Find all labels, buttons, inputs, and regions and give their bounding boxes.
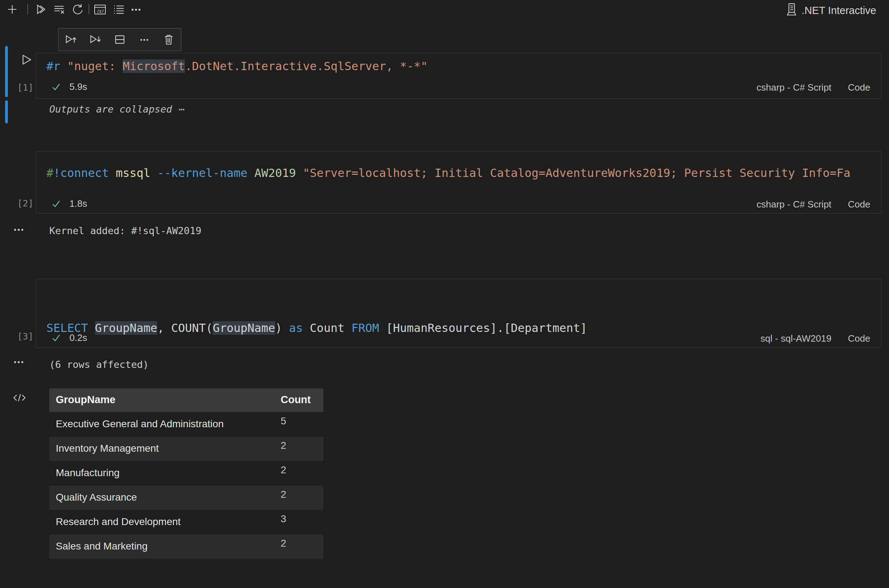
table-row: Manufacturing2: [49, 461, 323, 486]
toolbar-divider: [89, 4, 89, 14]
execution-duration: 0.2s: [69, 332, 87, 344]
code-cell-3: SELECT GroupName, COUNT(GroupName) as Co…: [36, 279, 881, 348]
cell-focus-indicator[interactable]: [5, 46, 8, 97]
cell-kind[interactable]: Code: [848, 82, 870, 93]
count-cell: 5: [281, 416, 286, 427]
table-row: Inventory Management2: [49, 436, 323, 461]
add-cell-icon[interactable]: [6, 3, 19, 16]
groupname-cell: Executive General and Administration: [56, 418, 224, 430]
code-cell-2: #!connect mssql --kernel-name AW2019 "Se…: [36, 151, 881, 214]
success-check-icon: [51, 333, 62, 344]
cell-kind[interactable]: Code: [848, 333, 870, 344]
restart-kernel-icon[interactable]: [71, 3, 84, 16]
kernel-label: .NET Interactive: [802, 4, 876, 16]
count-cell: 2: [281, 440, 286, 452]
groupname-cell: Manufacturing: [56, 467, 119, 478]
cell-status-right: csharp - C# Script Code: [757, 82, 870, 93]
more-actions-icon[interactable]: [138, 33, 151, 46]
count-cell: 3: [281, 513, 286, 525]
groupname-cell: Sales and Marketing: [56, 540, 147, 552]
language-picker[interactable]: csharp - C# Script: [757, 82, 832, 93]
output-focus-indicator[interactable]: [5, 100, 8, 123]
table-row: Executive General and Administration5: [49, 412, 323, 436]
collapsed-outputs-note: Outputs are collapsed ⋯: [49, 104, 185, 115]
language-picker[interactable]: csharp - C# Script: [757, 199, 832, 210]
table-row: Research and Development3: [49, 510, 323, 534]
execution-duration: 1.8s: [69, 198, 87, 209]
kernel-added-output: Kernel added: #!sql-AW2019: [49, 225, 201, 236]
collapsed-outputs-text: Outputs are collapsed: [49, 104, 172, 115]
code-cell-1: #r "nuget: Microsoft.DotNet.Interactive.…: [36, 53, 881, 99]
notebook-page: { "app": { "kernel_label": ".NET Interac…: [0, 0, 889, 588]
clear-all-outputs-icon[interactable]: [53, 3, 66, 16]
groupname-cell: Inventory Management: [56, 443, 159, 454]
code-output-mime-icon: [12, 390, 27, 405]
code-line-1: SELECT GroupName, COUNT(GroupName) as Co…: [47, 320, 587, 336]
count-cell: 2: [281, 464, 286, 476]
count-cell: 2: [281, 538, 286, 549]
rows-affected-output: (6 rows affected): [49, 359, 149, 370]
execute-below-icon[interactable]: [89, 33, 102, 46]
table-header-row: GroupName Count: [49, 388, 323, 412]
toolbar-divider: [27, 4, 28, 14]
cell-status-left: 0.2s: [51, 332, 87, 344]
cell-kind[interactable]: Code: [848, 199, 870, 210]
success-check-icon: [51, 82, 62, 92]
cell-hover-toolbar: [58, 28, 181, 51]
execution-duration: 5.9s: [69, 81, 87, 92]
execution-count: [2]: [17, 198, 33, 208]
cell-status-right: sql - sql-AW2019 Code: [761, 333, 870, 344]
outline-icon[interactable]: [112, 3, 125, 16]
code-editor[interactable]: SELECT GroupName, COUNT(GroupName) as Co…: [47, 288, 587, 348]
output-options-icon[interactable]: [13, 360, 27, 365]
code-editor[interactable]: #r "nuget: Microsoft.DotNet.Interactive.…: [47, 58, 428, 74]
success-check-icon: [51, 198, 62, 209]
split-cell-icon[interactable]: [113, 33, 126, 46]
groupname-cell: Quality Assurance: [56, 492, 137, 503]
code-editor[interactable]: #!connect mssql --kernel-name AW2019 "Se…: [47, 165, 850, 181]
execution-count: [3]: [17, 331, 33, 342]
cell-status-left: 5.9s: [51, 81, 87, 92]
more-actions-icon[interactable]: [129, 3, 143, 16]
table-header-count: Count: [281, 394, 311, 406]
run-cell-button[interactable]: [20, 53, 33, 66]
execution-count: [1]: [17, 82, 33, 93]
notebook-toolbar: (x) .NET Interactive: [0, 0, 889, 19]
run-all-icon[interactable]: [35, 3, 48, 16]
delete-cell-icon[interactable]: [162, 33, 175, 46]
kernel-icon: [786, 3, 797, 18]
variables-icon[interactable]: (x): [93, 3, 107, 16]
svg-text:(x): (x): [97, 8, 103, 14]
language-picker[interactable]: sql - sql-AW2019: [761, 333, 832, 344]
kernel-picker[interactable]: .NET Interactive: [786, 3, 876, 18]
execute-above-icon[interactable]: [65, 33, 77, 46]
table-header-groupname: GroupName: [56, 394, 116, 406]
table-body: Executive General and Administration5Inv…: [49, 412, 323, 559]
count-cell: 2: [281, 489, 286, 500]
output-options-icon[interactable]: [13, 227, 27, 233]
query-result-table: GroupName Count Executive General and Ad…: [49, 388, 323, 559]
table-row: Sales and Marketing2: [49, 534, 323, 559]
groupname-cell: Research and Development: [56, 516, 180, 528]
table-row: Quality Assurance2: [49, 486, 323, 510]
cell-status-right: csharp - C# Script Code: [757, 199, 870, 210]
expand-outputs-button[interactable]: ⋯: [179, 104, 184, 115]
cell-status-left: 1.8s: [51, 198, 87, 209]
